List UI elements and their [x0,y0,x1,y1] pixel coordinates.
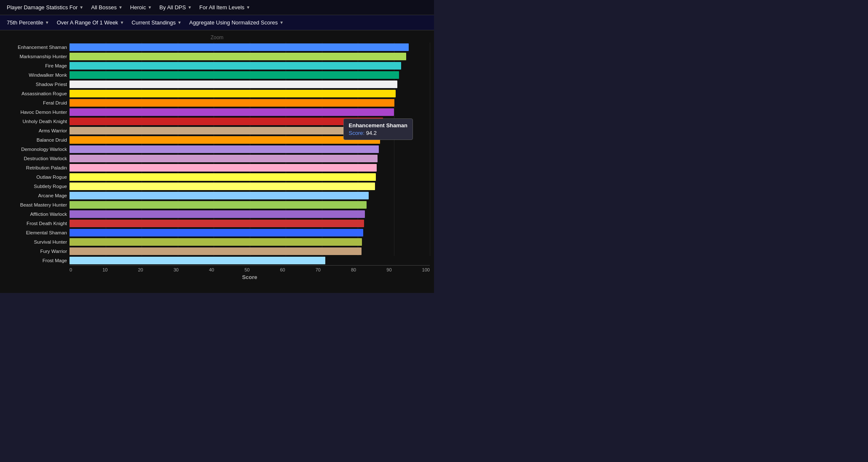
x-tick: 30 [174,267,179,272]
bar-label: Subtlety Rogue [34,182,67,191]
second-filter-bar: 75th Percentile ▼Over A Range Of 1 Week … [0,15,434,30]
x-tick: 0 [70,267,72,272]
x-tick: 60 [280,267,285,272]
bar-row [70,172,430,182]
bar[interactable] [70,201,367,209]
labels-column: Enhancement ShamanMarksmanship HunterFir… [4,43,70,265]
top-filter-bar: Player Damage Statistics For ▼All Bosses… [0,0,434,15]
filter-damage-stat[interactable]: Player Damage Statistics For ▼ [4,3,86,12]
x-tick: 70 [316,267,321,272]
bar-label: Feral Druid [43,98,67,107]
bar[interactable] [70,220,364,227]
bar-label: Windwalker Monk [29,70,67,80]
bar-label: Balance Druid [37,135,67,145]
bar-row [70,135,430,145]
bar[interactable] [70,71,399,79]
bar[interactable] [70,62,401,70]
x-tick: 90 [386,267,391,272]
filter2-aggregate[interactable]: Aggregate Using Normalized Scores ▼ [187,18,286,27]
bar[interactable] [70,247,362,255]
bar[interactable] [70,210,365,218]
bar[interactable] [70,136,380,144]
filter2-range[interactable]: Over A Range Of 1 Week ▼ [54,18,127,27]
chart-container: Zoom Enhancement ShamanMarksmanship Hunt… [0,30,434,293]
bar[interactable] [70,257,325,264]
bar-label: Frost Mage [43,256,67,265]
bar-label: Havoc Demon Hunter [20,107,67,117]
bar[interactable] [70,145,379,153]
x-tick: 40 [209,267,214,272]
bar-row [70,43,430,52]
bar[interactable] [70,155,378,162]
bar[interactable] [70,173,376,181]
x-tick: 10 [102,267,107,272]
bar-label: Frost Death Knight [27,219,67,228]
bar-row [70,98,430,107]
filter-dps[interactable]: By All DPS ▼ [157,3,194,12]
bar-label: Fire Mage [45,61,67,70]
bar[interactable] [70,81,397,88]
filter-item-levels[interactable]: For All Item Levels ▼ [197,3,253,12]
bar-row [70,200,430,210]
bar-label: Beast Mastery Hunter [20,200,67,210]
bar[interactable] [70,192,369,199]
bar-row [70,145,430,154]
bar-row [70,61,430,70]
bar[interactable] [70,238,362,246]
x-axis: 0102030405060708090100 [70,265,430,272]
bar-label: Fury Warrior [40,247,67,256]
bar-row [70,52,430,61]
bar[interactable] [70,127,381,134]
bar-row [70,107,430,117]
bar-label: Shadow Priest [36,80,67,89]
bar-label: Arms Warrior [39,126,67,135]
bar[interactable] [70,164,377,172]
x-tick: 80 [351,267,356,272]
bar[interactable] [70,53,406,60]
bar-row [70,70,430,80]
bar-row [70,228,430,237]
zoom-label: Zoom [4,35,430,40]
bar-row [70,247,430,256]
bar[interactable] [70,229,363,236]
bar-row [70,126,430,135]
bar-label: Unholy Death Knight [23,117,67,126]
bar[interactable] [70,99,394,107]
filter2-standings[interactable]: Current Standings ▼ [129,18,184,27]
bar-row [70,210,430,219]
bar[interactable] [70,183,375,190]
bar[interactable] [70,43,409,51]
bar-label: Enhancement Shaman [18,43,67,52]
bar-row [70,89,430,98]
bar[interactable] [70,118,383,125]
bars-column: Enhancement Shaman Score: 94.2 [70,43,430,265]
bar-row [70,163,430,172]
bar-row [70,80,430,89]
bar-row [70,256,430,265]
x-tick: 100 [422,267,430,272]
bar-row [70,154,430,163]
bar-label: Outlaw Rogue [36,172,67,182]
bar-label: Assassination Rogue [21,89,67,98]
bar-row [70,237,430,247]
bar-row [70,219,430,228]
filter-bosses[interactable]: All Bosses ▼ [88,3,125,12]
bar-label: Retribution Paladin [26,163,67,172]
bar[interactable] [70,90,396,97]
bar-row [70,182,430,191]
chart-area: Enhancement ShamanMarksmanship HunterFir… [4,43,430,265]
bar-row [70,117,430,126]
bar-label: Survival Hunter [34,237,67,247]
bar-label: Affliction Warlock [30,210,67,219]
bar[interactable] [70,108,394,116]
bar-row [70,191,430,200]
x-tick: 50 [244,267,249,272]
bar-label: Elemental Shaman [26,228,67,237]
bar-label: Demonology Warlock [21,145,67,154]
grid-line [430,43,430,256]
x-axis-label: Score [70,274,430,280]
bar-label: Marksmanship Hunter [20,52,67,61]
bar-label: Arcane Mage [38,191,67,200]
filter2-percentile[interactable]: 75th Percentile ▼ [4,18,52,27]
filter-difficulty[interactable]: Heroic ▼ [128,3,154,12]
